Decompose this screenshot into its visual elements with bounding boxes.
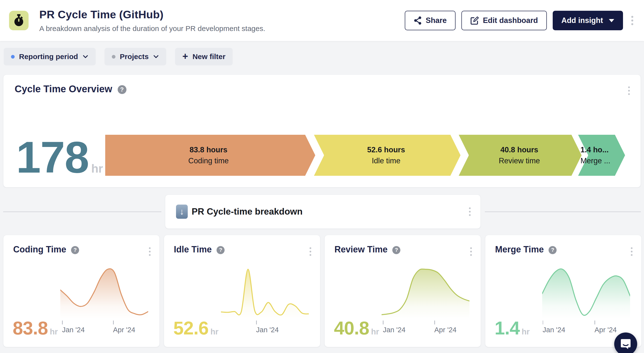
review-time-label: Review time (499, 156, 540, 165)
funnel-chart (104, 133, 626, 178)
tick-label: Apr '24 (594, 326, 617, 334)
tick-mark (543, 320, 544, 324)
idle-time-card-menu-button[interactable] (307, 245, 314, 258)
tick-mark (113, 320, 114, 324)
help-icon[interactable]: ? (392, 246, 400, 254)
chevron-down-icon (82, 55, 88, 58)
total-cycle-time: 178 hr (16, 138, 103, 176)
funnel-segment-review: 40.8 hours Review time (499, 144, 540, 166)
idle-time-card-title: Idle Time (174, 244, 212, 254)
funnel-segment-idle: 52.6 hours Idle time (367, 144, 405, 166)
review-time-value: 40.8 (334, 317, 369, 338)
total-cycle-time-unit: hr (91, 162, 103, 175)
review-time-unit: hr (371, 327, 379, 336)
chat-bubble-icon (620, 338, 632, 350)
merge-time-x-axis: Jan '24 Apr '24 (542, 320, 630, 335)
funnel-segment-coding: 83.8 hours Coding time (188, 144, 228, 166)
idle-time-value: 52.6 (173, 317, 208, 338)
funnel-segment-merge: 1.4 ho... Merge ... (580, 144, 610, 166)
overview-title-row: Cycle Time Overview ? (4, 75, 640, 94)
help-icon[interactable]: ? (118, 85, 126, 94)
review-time-sparkline (382, 267, 470, 318)
coding-time-value: 83.8 (13, 317, 48, 338)
reporting-period-filter-label: Reporting period (19, 52, 78, 61)
inactive-filter-dot-icon (112, 55, 116, 58)
overview-panel-menu-button[interactable] (626, 84, 632, 98)
help-icon[interactable]: ? (548, 246, 556, 254)
reporting-period-filter[interactable]: Reporting period (4, 48, 96, 66)
page-header: PR Cycle Time (GitHub) A breakdown analy… (0, 0, 644, 41)
review-time-card-menu-button[interactable] (468, 245, 474, 258)
header-actions: Share Edit dashboard Add insight (405, 11, 636, 30)
idle-time-sparkline (221, 267, 309, 318)
idle-time-label: Idle time (372, 156, 400, 165)
coding-time-value: 83.8 hours (188, 144, 228, 156)
breakdown-panel-menu-button[interactable] (466, 205, 473, 218)
tick-mark (434, 320, 435, 324)
metric-cards-row: Coding Time ? Jan '24 Apr '24 83.8 hr Id… (3, 235, 642, 347)
review-time-value: 40.8 hours (499, 144, 540, 156)
tick-mark (594, 320, 595, 324)
edit-dashboard-button[interactable]: Edit dashboard (462, 11, 547, 30)
x-axis-tick: Jan '24 (256, 320, 279, 334)
idle-time-card: Idle Time ? Jan '24 52.6 hr (164, 235, 320, 347)
add-insight-button-label: Add insight (562, 16, 603, 25)
filter-bar: Reporting period Projects + New filter (4, 48, 233, 66)
chevron-down-icon (153, 55, 159, 58)
coding-time-card-menu-button[interactable] (146, 245, 153, 258)
edit-pencil-icon (470, 16, 479, 25)
chat-launcher-button[interactable] (614, 332, 637, 353)
edit-dashboard-button-label: Edit dashboard (483, 16, 538, 25)
row-divider (485, 212, 641, 212)
idle-time-value: 52.6 hours (367, 144, 405, 156)
header-overflow-menu-button[interactable] (629, 14, 636, 28)
coding-time-x-axis: Jan '24 Apr '24 (60, 320, 148, 335)
tick-mark (383, 320, 384, 324)
page-title: PR Cycle Time (GitHub) (39, 8, 405, 21)
tick-mark (256, 320, 257, 324)
header-text: PR Cycle Time (GitHub) A breakdown analy… (39, 8, 405, 33)
review-time-card-title: Review Time (334, 244, 388, 254)
stopwatch-icon (13, 14, 24, 27)
tick-label: Jan '24 (383, 326, 406, 334)
review-time-x-axis: Jan '24 Apr '24 (382, 320, 470, 335)
merge-time-value: 1.4 (494, 317, 520, 338)
tick-mark (62, 320, 63, 324)
coding-time-unit: hr (50, 327, 58, 336)
new-filter-button[interactable]: + New filter (175, 48, 233, 66)
tick-label: Jan '24 (543, 326, 566, 334)
coding-time-label: Coding time (188, 156, 228, 165)
caret-down-icon (609, 19, 614, 22)
page-subtitle: A breakdown analysis of the duration of … (39, 24, 405, 33)
share-icon (414, 16, 422, 25)
share-button[interactable]: Share (405, 11, 456, 30)
row-divider (3, 212, 161, 212)
x-axis-tick: Jan '24 (543, 320, 566, 334)
pr-cycle-time-breakdown-panel: ↓ PR Cycle-time breakdown (165, 194, 481, 229)
projects-filter[interactable]: Projects (104, 48, 166, 66)
coding-time-card: Coding Time ? Jan '24 Apr '24 83.8 hr (3, 235, 160, 347)
merge-time-card: Merge Time ? Jan '24 Apr '24 1.4 hr (485, 235, 642, 347)
share-button-label: Share (426, 16, 447, 25)
x-axis-tick: Jan '24 (383, 320, 406, 334)
merge-time-card-title: Merge Time (495, 244, 544, 254)
tick-label: Apr '24 (113, 326, 135, 334)
overview-panel-title: Cycle Time Overview (15, 84, 112, 94)
dashboard-page: { "header": { "icon": "stopwatch-icon", … (0, 0, 644, 353)
coding-time-card-title: Coding Time (13, 244, 66, 254)
merge-time-sparkline (542, 267, 630, 318)
x-axis-tick: Jan '24 (62, 320, 85, 334)
dashboard-icon-tile (9, 11, 28, 30)
help-icon[interactable]: ? (216, 246, 224, 254)
active-filter-dot-icon (11, 55, 15, 58)
new-filter-label: New filter (192, 52, 225, 61)
merge-time-label: Merge ... (580, 156, 610, 165)
merge-time-card-menu-button[interactable] (628, 245, 635, 258)
tick-label: Apr '24 (434, 326, 456, 334)
merge-time-value: 1.4 ho... (580, 144, 610, 156)
help-icon[interactable]: ? (71, 246, 79, 254)
projects-filter-label: Projects (120, 52, 149, 61)
tick-label: Jan '24 (62, 326, 85, 334)
x-axis-tick: Apr '24 (434, 320, 456, 334)
add-insight-button[interactable]: Add insight (553, 11, 623, 30)
